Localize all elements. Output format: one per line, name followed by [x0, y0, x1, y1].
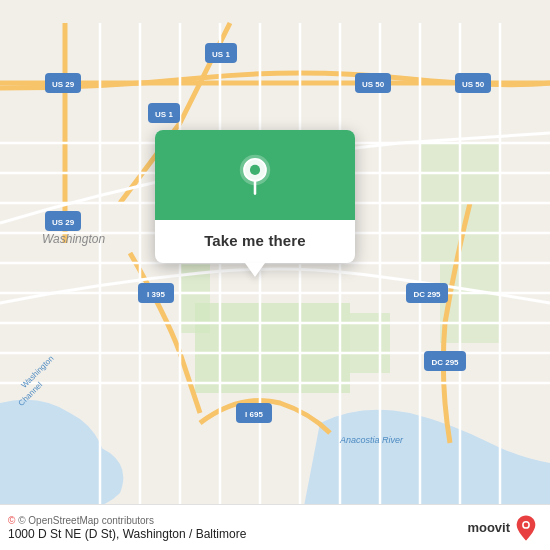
- svg-text:US 1: US 1: [212, 50, 230, 59]
- svg-text:Washington: Washington: [42, 232, 105, 246]
- address-text: 1000 D St NE (D St), Washington / Baltim…: [8, 527, 246, 541]
- svg-text:US 1: US 1: [155, 110, 173, 119]
- moovit-pin-icon: [512, 514, 540, 542]
- svg-text:Anacostia River: Anacostia River: [339, 435, 404, 445]
- svg-text:US 29: US 29: [52, 218, 75, 227]
- svg-text:US 50: US 50: [462, 80, 485, 89]
- map-container: US 29 US 1 US 1 US 50 US 50 US 29 I 395 …: [0, 0, 550, 550]
- map-svg: US 29 US 1 US 1 US 50 US 50 US 29 I 395 …: [0, 0, 550, 550]
- svg-text:DC 295: DC 295: [431, 358, 459, 367]
- location-pin-icon: [233, 153, 277, 197]
- bottom-bar: © © OpenStreetMap contributors 1000 D St…: [0, 504, 550, 550]
- svg-text:DC 295: DC 295: [413, 290, 441, 299]
- svg-text:I 395: I 395: [147, 290, 165, 299]
- popup-green-area: [155, 130, 355, 220]
- svg-point-56: [250, 165, 260, 175]
- attribution-text: © © OpenStreetMap contributors: [8, 515, 246, 526]
- moovit-logo: moovit: [467, 514, 540, 542]
- svg-rect-1: [195, 303, 350, 393]
- svg-text:US 50: US 50: [362, 80, 385, 89]
- svg-text:US 29: US 29: [52, 80, 75, 89]
- svg-text:I 695: I 695: [245, 410, 263, 419]
- take-me-there-button[interactable]: Take me there: [204, 232, 306, 249]
- popup-card: Take me there: [155, 130, 355, 263]
- svg-point-58: [524, 522, 529, 527]
- moovit-logo-text: moovit: [467, 520, 510, 535]
